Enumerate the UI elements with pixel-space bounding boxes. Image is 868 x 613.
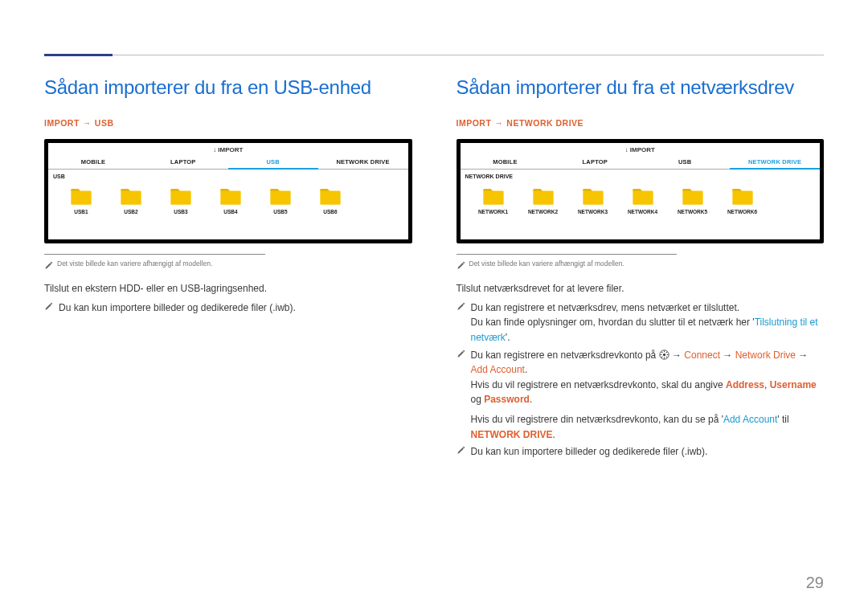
tab-network[interactable]: NETWORK DRIVE	[730, 155, 820, 170]
arrow-text: →	[669, 349, 685, 361]
instruction: Tilslut netværksdrevet for at levere fil…	[457, 281, 825, 297]
tab-mobile[interactable]: MOBILE	[48, 155, 138, 169]
bullet-text: Du kan kun importere billeder og dediker…	[471, 444, 825, 460]
folder-icon	[319, 187, 342, 206]
model-note: Det viste billede kan variere afhængigt …	[457, 260, 825, 270]
crumb-import: IMPORT	[44, 118, 80, 128]
folder-item[interactable]: NETWORK6	[721, 187, 764, 215]
tab-usb[interactable]: USB	[228, 155, 318, 170]
bullet-text: '.	[506, 332, 510, 343]
accent-add-account: Add Account	[471, 364, 525, 375]
folder-item[interactable]: USB6	[309, 187, 352, 215]
right-title: Sådan importerer du fra et netværksdrev	[457, 76, 825, 99]
bullet-text: ' til	[777, 414, 788, 425]
pen-icon	[44, 261, 53, 270]
accent-network-drive-caps: NETWORK DRIVE	[471, 429, 553, 440]
folder-label: NETWORK3	[578, 209, 608, 215]
folder-item[interactable]: NETWORK5	[671, 187, 714, 215]
accent-username: Username	[770, 379, 817, 390]
frame-subtitle: NETWORK DRIVE	[461, 170, 821, 179]
note-rule	[457, 254, 678, 255]
bullet-text: og	[471, 394, 485, 405]
folder-icon	[170, 187, 192, 206]
bullet-text: .	[525, 364, 527, 375]
folder-icon	[532, 187, 555, 206]
bullet-line: Du kan kun importere billeder og dediker…	[44, 300, 412, 316]
frame-tabs: MOBILE LAPTOP USB NETWORK DRIVE	[48, 155, 408, 170]
folder-icon	[269, 187, 292, 206]
bullet-text: Du kan finde oplysninger om, hvordan du …	[471, 317, 755, 328]
folder-item[interactable]: USB1	[59, 187, 103, 215]
crumb-import: IMPORT	[457, 118, 492, 128]
folder-icon	[632, 187, 654, 206]
folder-label: NETWORK1	[478, 209, 508, 215]
folder-icon	[219, 187, 242, 206]
pen-icon	[457, 261, 465, 270]
tab-laptop[interactable]: LAPTOP	[138, 155, 228, 169]
folder-item[interactable]: NETWORK2	[522, 187, 565, 215]
bullet-text: Du kan kun importere billeder og dediker…	[59, 300, 412, 316]
folder-label: NETWORK6	[727, 209, 757, 215]
tab-usb[interactable]: USB	[640, 155, 730, 169]
folder-item[interactable]: NETWORK3	[571, 187, 615, 215]
arrow-icon: →	[494, 118, 503, 128]
folder-icon	[582, 187, 604, 206]
folder-grid: USB1 USB2 USB3 USB4 USB5 USB6	[48, 179, 408, 219]
folder-label: USB2	[124, 209, 137, 215]
note-rule	[44, 254, 265, 255]
bullet-line: Du kan registrere et netværksdrev, mens …	[457, 300, 825, 345]
crumb-network: NETWORK DRIVE	[506, 118, 583, 128]
bullet-text: .	[530, 394, 532, 405]
folder-label: USB4	[223, 209, 237, 215]
folder-icon	[70, 187, 92, 206]
right-breadcrumb: IMPORT→NETWORK DRIVE	[457, 118, 825, 128]
pen-icon	[457, 446, 465, 455]
accent-network-drive: Network Drive	[735, 349, 796, 361]
folder-item[interactable]: NETWORK4	[621, 187, 665, 215]
folder-item[interactable]: USB3	[159, 187, 203, 215]
folder-item[interactable]: USB5	[259, 187, 302, 215]
frame-subtitle: USB	[48, 170, 408, 179]
pen-icon	[457, 349, 465, 358]
folder-icon	[120, 187, 142, 206]
bullet-text: Hvis du vil registrere en netværksdrevko…	[471, 379, 726, 390]
folder-item[interactable]: NETWORK1	[472, 187, 515, 215]
folder-label: NETWORK5	[678, 209, 707, 215]
crumb-usb: USB	[95, 118, 114, 128]
bullet-line: Du kan registrere en netværksdrevkonto p…	[457, 348, 825, 443]
frame-header: IMPORT	[461, 143, 821, 155]
instruction: Tilslut en ekstern HDD- eller en USB-lag…	[44, 281, 412, 297]
model-note-text: Det viste billede kan variere afhængigt …	[57, 260, 212, 268]
accent-connect: Connect	[684, 349, 720, 361]
tab-network[interactable]: NETWORK DRIVE	[318, 155, 408, 169]
right-column: Sådan importerer du fra et netværksdrev …	[457, 76, 825, 462]
arrow-text: →	[720, 349, 735, 361]
folder-item[interactable]: USB2	[109, 187, 153, 215]
tab-mobile[interactable]: MOBILE	[461, 155, 551, 169]
frame-tabs: MOBILE LAPTOP USB NETWORK DRIVE	[461, 155, 821, 170]
folder-label: USB1	[74, 209, 88, 215]
folder-item[interactable]: USB4	[209, 187, 252, 215]
left-column: Sådan importerer du fra en USB-enhed IMP…	[44, 76, 412, 462]
pen-icon	[44, 302, 53, 311]
page-number: 29	[806, 574, 824, 592]
frame-header: IMPORT	[48, 143, 408, 155]
gear-icon	[659, 349, 669, 360]
bullet-text: Hvis du vil registrere din netværksdrevk…	[471, 414, 723, 425]
tab-laptop[interactable]: LAPTOP	[550, 155, 640, 169]
folder-label: NETWORK4	[628, 209, 657, 215]
header-rule	[44, 55, 824, 55]
bullet-text: Du kan registrere en netværksdrevkonto p…	[471, 349, 659, 361]
add-account-link[interactable]: Add Account	[723, 414, 777, 425]
model-note-text: Det viste billede kan variere afhængigt …	[469, 260, 624, 268]
folder-label: USB5	[273, 209, 287, 215]
model-note: Det viste billede kan variere afhængigt …	[44, 260, 412, 270]
bullet-text: ,	[764, 379, 770, 390]
header-accent	[44, 54, 113, 56]
usb-device-frame: IMPORT MOBILE LAPTOP USB NETWORK DRIVE U…	[44, 139, 412, 243]
folder-icon	[482, 187, 505, 206]
arrow-text: →	[796, 349, 808, 361]
accent-password: Password	[484, 394, 530, 405]
folder-grid: NETWORK1 NETWORK2 NETWORK3 NETWORK4 NETW…	[461, 179, 821, 219]
arrow-icon: →	[83, 118, 92, 128]
